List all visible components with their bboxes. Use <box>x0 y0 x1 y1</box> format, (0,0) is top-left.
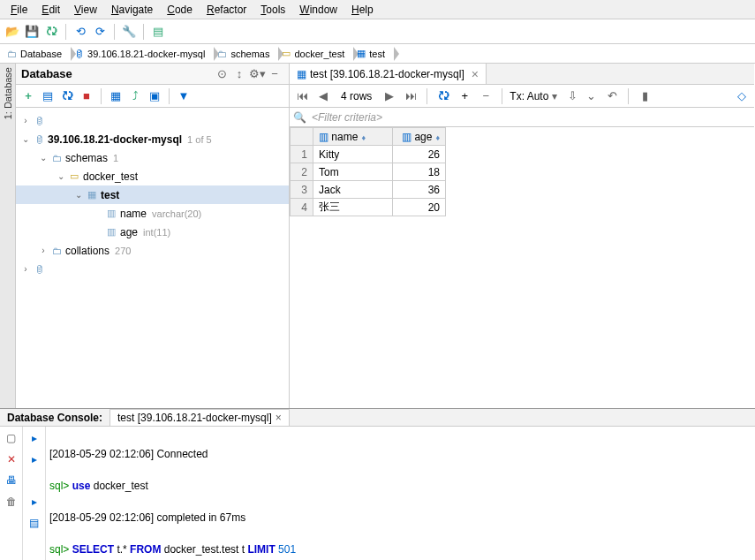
table-row[interactable]: 3Jack36 <box>291 181 446 199</box>
chevron-down-icon[interactable]: ⌄ <box>582 87 600 105</box>
tree-schemas[interactable]: ⌄🗀schemas1 <box>16 148 289 167</box>
console-tab[interactable]: test [39.106.18.21-docker-mysql] × <box>109 409 290 426</box>
sql-arg: docker_test <box>94 480 148 492</box>
redo-icon[interactable]: ⟳ <box>91 23 109 41</box>
table-row[interactable]: 2Tom18 <box>291 163 446 181</box>
sync-icon[interactable]: 🗘 <box>42 23 60 41</box>
separator <box>427 88 427 104</box>
table-row[interactable]: 1Kitty26 <box>291 146 446 163</box>
add-row-icon[interactable]: + <box>456 87 473 105</box>
menu-file[interactable]: File <box>4 2 34 18</box>
save-icon[interactable]: 💾 <box>23 23 41 41</box>
settings-icon[interactable]: 🔧 <box>120 23 138 41</box>
export-icon[interactable]: 🖶 <box>4 473 19 488</box>
delete-row-icon[interactable]: − <box>477 87 495 105</box>
table-icon[interactable]: ▦ <box>107 87 125 105</box>
database-tool-tab[interactable]: 1: Database <box>3 64 13 123</box>
view-icon[interactable]: ▮ <box>636 87 653 105</box>
menu-view[interactable]: View <box>67 2 104 18</box>
collapse-icon[interactable]: ⌄ <box>19 134 32 144</box>
filter-row[interactable]: 🔍 <Filter criteria> <box>290 108 754 127</box>
output-btn-icon[interactable]: ▢ <box>4 430 19 446</box>
rollback-icon[interactable]: ↶ <box>603 87 621 105</box>
cell-age[interactable]: 18 <box>393 163 446 181</box>
tree-collations[interactable]: ›🗀collations270 <box>16 241 289 260</box>
pin-icon[interactable]: ◇ <box>733 87 751 105</box>
column-header-age[interactable]: ▥ age♦ <box>393 128 446 146</box>
collapse-icon[interactable]: ⌄ <box>55 171 67 181</box>
expand-icon[interactable]: ↕ <box>230 65 248 83</box>
breadcrumb-database[interactable]: 🗀Database <box>4 45 71 63</box>
row-count-label: 4 rows <box>336 90 377 102</box>
tree-connection[interactable]: ⌄🛢39.106.18.21-docker-mysql1 of 5 <box>16 130 289 148</box>
menu-code[interactable]: Code <box>160 2 200 18</box>
collapse-icon[interactable]: ⌄ <box>37 153 49 163</box>
cell-name[interactable]: 张三 <box>313 199 393 216</box>
settings-dropdown-icon[interactable]: ⚙▾ <box>248 65 266 83</box>
trash-icon[interactable]: 🗑 <box>4 494 19 510</box>
cell-name[interactable]: Jack <box>313 181 393 199</box>
tree-row[interactable]: ›🛢 <box>16 111 289 130</box>
menu-navigate[interactable]: Navigate <box>104 2 160 18</box>
commit-icon[interactable]: ⇩ <box>561 87 578 105</box>
menu-tools[interactable]: Tools <box>253 2 292 18</box>
stop-icon[interactable]: ■ <box>78 87 95 105</box>
collapse-icon[interactable]: ⌄ <box>72 190 85 200</box>
prev-page-icon[interactable]: ◀ <box>314 87 332 105</box>
breadcrumb-db[interactable]: ▭docker_test <box>278 45 353 63</box>
open-icon[interactable]: 📂 <box>4 23 21 41</box>
close-console-icon[interactable]: ✕ <box>4 451 19 467</box>
menu-help[interactable]: Help <box>344 2 381 18</box>
undo-icon[interactable]: ⟲ <box>72 23 89 41</box>
expand-icon[interactable]: › <box>37 246 49 255</box>
console-output[interactable]: [2018-05-29 02:12:06] Connected sql> use… <box>46 427 755 560</box>
sort-icon[interactable]: ♦ <box>358 133 366 142</box>
tx-mode-dropdown[interactable]: Tx: Auto <box>510 90 548 102</box>
ddl-icon[interactable]: ▤ <box>39 87 57 105</box>
breadcrumb-table[interactable]: ▦test <box>353 45 394 63</box>
collapse-icon[interactable]: › <box>19 116 32 125</box>
console-icon[interactable]: ▣ <box>146 87 163 105</box>
blank-icon <box>26 473 42 488</box>
tree-database[interactable]: ⌄▭docker_test <box>16 167 289 185</box>
tree-table-selected[interactable]: ⌄▦test <box>16 185 289 204</box>
tree-column[interactable]: ▥namevarchar(20) <box>16 204 289 223</box>
reload-icon[interactable]: 🗘 <box>434 87 452 105</box>
dropdown-icon[interactable]: ▾ <box>552 90 557 102</box>
sort-icon[interactable]: ♦ <box>432 133 440 142</box>
scroll-from-source-icon[interactable]: ⊙ <box>213 65 230 83</box>
cell-age[interactable]: 26 <box>393 146 446 163</box>
next-page-icon[interactable]: ▶ <box>381 87 398 105</box>
cell-name[interactable]: Kitty <box>313 146 393 163</box>
editor-tab[interactable]: ▦ test [39.106.18.21-docker-mysql] × <box>290 64 487 84</box>
minimize-icon[interactable]: − <box>266 65 283 83</box>
table-row[interactable]: 4张三20 <box>291 199 446 216</box>
first-page-icon[interactable]: ⏮ <box>293 87 311 105</box>
breadcrumb-schemas[interactable]: 🗀schemas <box>214 45 278 63</box>
menu-edit[interactable]: Edit <box>34 2 67 18</box>
cell-age[interactable]: 20 <box>393 199 446 216</box>
tree-column[interactable]: ▥ageint(11) <box>16 223 289 241</box>
sql-keyword: LIMIT <box>247 543 275 556</box>
cell-age[interactable]: 36 <box>393 181 446 199</box>
last-page-icon[interactable]: ⏭ <box>402 87 419 105</box>
menu-window[interactable]: Window <box>292 2 344 18</box>
filter-icon[interactable]: ▼ <box>175 87 193 105</box>
expand-icon[interactable]: › <box>19 264 32 274</box>
refresh-icon[interactable]: 🗘 <box>58 87 76 105</box>
menu-bar: File Edit View Navigate Code Refactor To… <box>0 0 755 19</box>
add-icon[interactable]: + <box>19 87 37 105</box>
cell-name[interactable]: Tom <box>313 163 393 181</box>
jump-icon[interactable]: ⤴ <box>126 87 144 105</box>
separator <box>101 88 102 104</box>
breadcrumb-connection[interactable]: 🛢39.106.18.21-docker-mysql <box>71 45 214 63</box>
sql-keyword: FROM <box>130 543 161 556</box>
close-tab-icon[interactable]: × <box>468 67 479 81</box>
column-header-name[interactable]: ▥ name♦ <box>313 128 393 146</box>
tree-row[interactable]: ›🛢 <box>16 260 289 278</box>
close-icon[interactable]: × <box>276 412 282 424</box>
structure-icon[interactable]: ▤ <box>149 23 167 41</box>
menu-refactor[interactable]: Refactor <box>200 2 253 18</box>
tree-label: collations <box>64 245 109 257</box>
breadcrumb-label: docker_test <box>294 49 344 59</box>
